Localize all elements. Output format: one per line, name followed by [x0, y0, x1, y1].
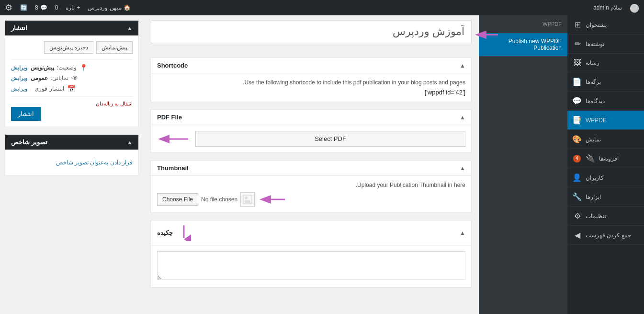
- shortcode-value: ['wppdf id='42']: [157, 89, 465, 96]
- sidebar-item-label: نوشته‌ها: [586, 41, 604, 47]
- shortcode-description: Use the following shortcode to include t…: [157, 79, 465, 86]
- sidebar-item-label: افزونه‌ها: [599, 155, 619, 162]
- excerpt-collapse-button[interactable]: ▲: [460, 230, 465, 236]
- featured-image-collapse-button[interactable]: ▲: [127, 139, 133, 146]
- thumbnail-box-content: Upload your Publication Thumbnail in her…: [151, 176, 471, 212]
- sidebar-item-wppdf[interactable]: WPPDF 📑: [567, 111, 644, 130]
- comments-icon: 💬: [573, 96, 582, 105]
- featured-image-box-content: قرار دادن به‌عنوان تصویر شاخص: [5, 150, 138, 175]
- sidebar-item-media[interactable]: رسانه 🖼: [567, 54, 644, 72]
- publish-date-row: 📅 انتشار فوری ویرایش: [11, 85, 133, 93]
- adminbar-home[interactable]: 🏠 میهن وردپرس: [88, 4, 130, 11]
- sidebar-item-label: دیدگاه‌ها: [586, 98, 605, 105]
- thumbnail-description: Upload your Publication Thumbnail in her…: [157, 182, 465, 188]
- excerpt-box-content: [151, 245, 471, 287]
- choose-file-button[interactable]: Choose File: [157, 193, 198, 206]
- pdf-collapse-button[interactable]: ▲: [460, 114, 465, 121]
- publish-box-title: انتشار: [11, 24, 27, 32]
- sidebar-item-collapse[interactable]: جمع کردن فهرست ◀: [567, 226, 644, 245]
- excerpt-box: ▲ چکیده: [151, 220, 472, 288]
- visibility-label: نمایانی:: [51, 75, 68, 81]
- thumbnail-file-row: [259, 192, 287, 207]
- publish-button[interactable]: انتشار: [11, 107, 41, 121]
- visibility-row: 👁 نمایانی: عمومی ویرایش: [11, 74, 133, 82]
- publish-actions: پیش‌نمایش ذخیره پیش‌نویس: [11, 41, 133, 54]
- select-pdf-button[interactable]: Select PDF: [195, 131, 465, 147]
- adminbar-site-name[interactable]: سلام admin: [593, 4, 622, 11]
- sidebar-item-label: ابزارها: [586, 194, 601, 200]
- post-title-input[interactable]: [151, 20, 472, 43]
- excerpt-box-header: ▲ چکیده: [151, 221, 471, 245]
- publish-collapse-button[interactable]: ▲: [127, 25, 133, 32]
- sidebar-item-comments[interactable]: دیدگاه‌ها 💬: [567, 92, 644, 111]
- sidebar-item-label: رسانه: [586, 59, 599, 66]
- adminbar-new[interactable]: 0: [55, 4, 58, 11]
- sidebar-item-tools[interactable]: ابزارها 🔧: [567, 187, 644, 207]
- thumbnail-collapse-button[interactable]: ▲: [460, 165, 465, 172]
- sidebar-item-plugins[interactable]: افزونه‌ها 🔌 4: [567, 149, 644, 168]
- home-icon: 🏠: [124, 4, 131, 11]
- adminbar-updates[interactable]: 🔄: [20, 4, 27, 11]
- excerpt-textarea[interactable]: [157, 251, 465, 280]
- trash-link[interactable]: انتقال به زباله‌دان: [11, 101, 133, 107]
- thumbnail-arrow-svg: [259, 192, 287, 207]
- file-placeholder-icon: [240, 192, 255, 207]
- sidebar-item-users[interactable]: کاربران 👤: [567, 168, 644, 187]
- tools-icon: 🔧: [573, 192, 582, 201]
- main-wrapper: پشتخوان ⊞ نوشته‌ها ✏ رسانه 🖼 برگه‌ها 📄 د…: [0, 15, 644, 314]
- content-area: ▲ Shortcode Use the following shortcode …: [0, 15, 479, 314]
- title-area: [151, 20, 472, 50]
- publish-date-edit-link[interactable]: ویرایش: [11, 86, 27, 92]
- pdf-select-area: Select PDF: [157, 131, 465, 147]
- pdf-file-box-content: Select PDF: [151, 125, 471, 152]
- status-row: 📍 وضعیت: پیش‌نویس ویرایش: [11, 64, 133, 71]
- sidebar-item-label: تنظیمات: [586, 213, 606, 220]
- sidebar-item-pages[interactable]: برگه‌ها 📄: [567, 72, 644, 92]
- publish-box-header: ▲ انتشار: [5, 21, 138, 35]
- posts-icon: ✏: [573, 39, 582, 48]
- file-input-area: No file chosen Choose File: [157, 192, 255, 207]
- shortcode-box-title: Shortcode: [157, 62, 188, 69]
- adminbar-wp-icon[interactable]: ⚙: [5, 2, 12, 13]
- thumbnail-box: ▲ Thumbnail Upload your Publication Thum…: [151, 160, 472, 213]
- shortcode-box: ▲ Shortcode Use the following shortcode …: [151, 58, 472, 102]
- pages-icon: 📄: [573, 77, 582, 86]
- update-icon: 🔄: [20, 4, 27, 11]
- calendar-icon: 📅: [67, 85, 75, 93]
- preview-button[interactable]: پیش‌نمایش: [96, 41, 133, 54]
- status-edit-link[interactable]: ویرایش: [11, 65, 27, 70]
- appearance-icon: 🎨: [573, 135, 582, 144]
- excerpt-box-title: چکیده: [157, 229, 173, 236]
- set-featured-image-link[interactable]: قرار دادن به‌عنوان تصویر شاخص: [11, 155, 133, 170]
- wp-logo-icon[interactable]: ⬤: [630, 2, 639, 13]
- image-placeholder-svg: [243, 195, 252, 204]
- sidebar-item-dashboard[interactable]: پشتخوان ⊞: [567, 15, 644, 35]
- sidebar-item-appearance[interactable]: نمایش 🎨: [567, 130, 644, 149]
- adminbar-right: 🏠 میهن وردپرس + تازه 0 💬 8 🔄 ⚙: [5, 2, 131, 13]
- main-editor: ▲ Shortcode Use the following shortcode …: [144, 15, 479, 314]
- pdf-file-box: ▲ PDF File: [151, 109, 472, 153]
- publish-box: ▲ انتشار پیش‌نمایش ذخیره پیش‌نویس 📍: [5, 20, 139, 127]
- status-icon: 📍: [79, 64, 88, 71]
- admin-menu: پشتخوان ⊞ نوشته‌ها ✏ رسانه 🖼 برگه‌ها 📄 د…: [567, 15, 644, 314]
- svg-point-8: [245, 197, 248, 199]
- sidebar-item-posts[interactable]: نوشته‌ها ✏: [567, 35, 644, 54]
- secondary-menu: WPPDF Publish new WPPDF Publication: [479, 15, 567, 314]
- sidebar-item-label: پشتخوان: [586, 22, 607, 28]
- media-icon: 🖼: [573, 58, 582, 67]
- shortcode-box-header: ▲ Shortcode: [151, 58, 471, 73]
- sidebar-item-label: WPPDF: [586, 117, 606, 124]
- visibility-edit-link[interactable]: ویرایش: [11, 75, 27, 81]
- thumbnail-box-title: Thumbnail: [157, 164, 189, 172]
- excerpt-header-content: چکیده: [157, 224, 191, 241]
- publish-bottom: انتقال به زباله‌دان انتشار: [11, 101, 133, 121]
- shortcode-collapse-button[interactable]: ▲: [460, 62, 465, 69]
- users-icon: 👤: [573, 173, 582, 182]
- svg-rect-7: [245, 200, 250, 203]
- sidebar-item-settings[interactable]: تنظیمات ⚙: [567, 207, 644, 226]
- title-arrow-svg: [474, 27, 500, 42]
- adminbar-refresh[interactable]: + تازه: [66, 4, 80, 11]
- featured-image-box-title: تصویر شاخص: [11, 139, 47, 146]
- adminbar-comments[interactable]: 💬 8: [35, 4, 47, 11]
- save-draft-button[interactable]: ذخیره پیش‌نویس: [44, 41, 93, 54]
